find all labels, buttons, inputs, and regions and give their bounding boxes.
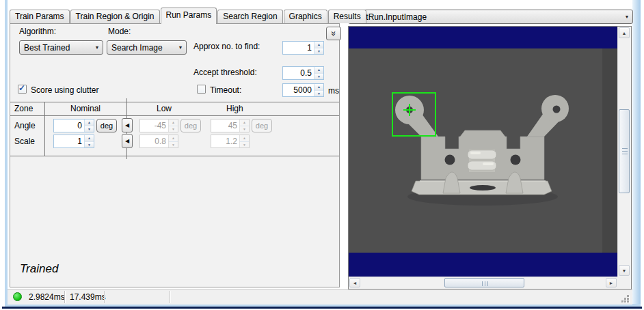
spinner-down-button: ▼ (240, 141, 249, 148)
tab-graphics[interactable]: Graphics (284, 10, 327, 23)
spinner-up-button: ▲ (169, 119, 178, 126)
photo-edge-shade (602, 48, 617, 253)
nominal-header: Nominal (70, 104, 100, 113)
spinner-buttons: ▲ ▼ (314, 84, 323, 96)
spinner-up-button[interactable]: ▲ (314, 84, 323, 90)
status-bar: 2.9824ms 17.439ms (8, 289, 632, 305)
spinner-value[interactable]: 5000 (283, 84, 314, 96)
inspection-image-viewport[interactable] (349, 27, 617, 277)
tab-label: Run Params (166, 10, 212, 20)
spinner-value: 45 (211, 119, 239, 132)
zone-header: Zone (14, 104, 33, 113)
spinner-down-button[interactable]: ▼ (314, 90, 323, 97)
scale-expand-button[interactable]: ◀ (122, 134, 133, 148)
chevron-double-down-icon: » (327, 31, 339, 35)
run-time-value: 2.9824ms (29, 292, 65, 302)
angle-nominal-unit-button[interactable]: deg (96, 119, 117, 132)
spinner-up-button: ▲ (240, 119, 249, 126)
scroll-right-icon: ► (609, 281, 614, 285)
tab-label: Search Region (223, 12, 277, 21)
tab-run-params[interactable]: Run Params (161, 8, 217, 24)
spinner-value[interactable]: 0 (54, 119, 84, 132)
vertical-scrollbar[interactable]: ▲ ▼ (617, 27, 630, 277)
accept-threshold-spinner[interactable]: 0.5 ▲ ▼ (282, 66, 324, 80)
spinner-buttons: ▲ ▼ (168, 135, 178, 147)
spinner-buttons: ▲ ▼ (239, 135, 249, 147)
run-params-page: Algorithm: Mode: » Best Trained ▼ Search… (10, 23, 340, 287)
tab-label: Train Params (15, 12, 64, 21)
timeout-unit-label: ms (328, 86, 339, 96)
accept-threshold-label: Accept threshold: (193, 68, 257, 77)
spinner-down-button: ▼ (169, 141, 178, 148)
tool-state-label: Trained (20, 262, 58, 276)
mode-value: Search Image (107, 43, 175, 53)
angle-high-unit-button: deg (252, 119, 272, 132)
resize-grip[interactable] (621, 295, 630, 303)
spinner-down-button: ▼ (240, 126, 249, 132)
spinner-buttons: ▲ ▼ (314, 42, 323, 54)
scroll-right-button[interactable]: ► (606, 278, 617, 287)
status-separator (170, 291, 171, 303)
low-header: Low (157, 104, 172, 113)
timeout-checkbox[interactable] (197, 85, 206, 94)
left-triangle-icon: ◀ (125, 122, 129, 128)
approx-count-spinner[interactable]: 1 ▲ ▼ (282, 41, 324, 55)
angle-nominal-spinner[interactable]: 0 ▲ ▼ (53, 119, 94, 132)
spinner-value[interactable]: 1 (54, 135, 84, 147)
timeout-label: Timeout: (210, 85, 241, 95)
spinner-value[interactable]: 1 (283, 42, 314, 54)
angle-expand-button[interactable]: ◀ (122, 118, 133, 132)
vertical-scroll-thumb[interactable] (619, 109, 630, 193)
collapse-panel-button[interactable]: » (326, 27, 341, 40)
horizontal-scrollbar[interactable]: ◄ ► (349, 277, 617, 288)
scale-nominal-spinner[interactable]: 1 ▲ ▼ (53, 135, 94, 148)
tab-label: Results (334, 12, 361, 21)
algorithm-label: Algorithm: (19, 27, 56, 36)
spinner-up-button[interactable]: ▲ (85, 119, 94, 126)
approx-count-label: Approx no. to find: (193, 42, 260, 51)
tab-search-region[interactable]: Search Region (217, 10, 282, 23)
spinner-value: 1.2 (211, 135, 239, 147)
scroll-up-button[interactable]: ▲ (619, 27, 630, 38)
angle-low-unit-button: deg (180, 119, 201, 132)
scroll-left-button[interactable]: ◄ (349, 278, 360, 287)
chevron-down-icon: ▼ (621, 14, 632, 19)
spinner-up-button[interactable]: ▲ (85, 135, 94, 141)
angle-high-spinner: 45 ▲ ▼ (211, 119, 250, 132)
spinner-buttons: ▲ ▼ (239, 119, 249, 132)
scroll-down-button[interactable]: ▼ (619, 265, 630, 276)
status-separator (64, 291, 66, 303)
spinner-up-button[interactable]: ▲ (314, 42, 323, 48)
algorithm-select[interactable]: Best Trained ▼ (19, 40, 103, 55)
check-icon: ✓ (18, 83, 25, 93)
tab-strip: Train Params Train Region & Origin Run P… (10, 8, 367, 23)
image-source-value: LastRun.InputImage (349, 12, 621, 22)
angle-low-spinner: -45 ▲ ▼ (139, 119, 178, 132)
tab-results[interactable]: Results (328, 10, 366, 23)
timeout-spinner[interactable]: 5000 ▲ ▼ (282, 83, 324, 97)
tab-label: Train Region & Origin (76, 12, 155, 21)
spinner-up-button[interactable]: ▲ (314, 67, 323, 73)
spinner-down-button: ▼ (169, 126, 178, 132)
tab-train-region-origin[interactable]: Train Region & Origin (70, 10, 160, 23)
tab-train-params[interactable]: Train Params (10, 10, 70, 23)
spinner-down-button[interactable]: ▼ (314, 48, 323, 55)
spinner-down-button[interactable]: ▼ (85, 141, 94, 148)
spinner-down-button[interactable]: ▼ (85, 126, 94, 132)
image-source-select[interactable]: LastRun.InputImage ▼ (348, 10, 633, 24)
table-line (44, 102, 45, 156)
inspection-photo (349, 27, 617, 277)
left-triangle-icon: ◀ (125, 138, 129, 144)
table-line (10, 102, 339, 102)
pmalign-tool-window: Train Params Train Region & Origin Run P… (0, 0, 644, 310)
mode-select[interactable]: Search Image ▼ (107, 40, 187, 55)
horizontal-scroll-thumb[interactable] (444, 278, 524, 287)
scrollbar-corner (617, 277, 630, 287)
score-clutter-checkbox[interactable]: ✓ (18, 85, 27, 94)
spinner-buttons: ▲ ▼ (84, 119, 94, 132)
spinner-buttons: ▲ ▼ (168, 119, 178, 132)
spinner-value[interactable]: 0.5 (283, 67, 314, 79)
spinner-down-button[interactable]: ▼ (314, 73, 323, 80)
scale-row-label: Scale (14, 137, 35, 146)
scroll-down-icon: ▼ (622, 268, 627, 273)
